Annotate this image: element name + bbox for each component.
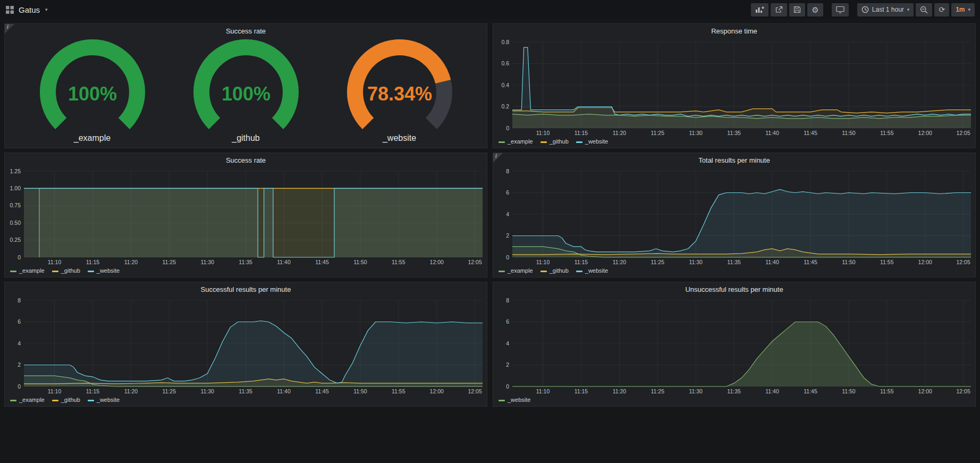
svg-text:11:10: 11:10 xyxy=(48,259,62,265)
svg-text:0: 0 xyxy=(506,383,509,390)
svg-text:11:20: 11:20 xyxy=(613,130,627,136)
svg-text:11:15: 11:15 xyxy=(86,259,100,265)
svg-text:11:30: 11:30 xyxy=(689,259,703,265)
svg-text:11:10: 11:10 xyxy=(536,130,550,136)
svg-text:11:15: 11:15 xyxy=(575,388,588,394)
legend-swatch xyxy=(576,141,582,143)
total-results-chart: 11:1011:1511:2011:2511:3011:3511:4011:45… xyxy=(493,167,975,266)
svg-text:12:05: 12:05 xyxy=(956,130,970,136)
gear-icon: ⚙ xyxy=(812,6,818,14)
svg-text:11:40: 11:40 xyxy=(277,388,291,394)
dashboard-picker[interactable]: Gatus ▾ xyxy=(5,5,48,14)
panel-unsuccessful-results: Unsuccessful results per minute 11:1011:… xyxy=(493,282,976,407)
panel-info-icon[interactable]: i xyxy=(493,153,503,163)
gauge-label: _example xyxy=(74,133,111,143)
svg-text:0.50: 0.50 xyxy=(10,220,21,226)
svg-text:11:50: 11:50 xyxy=(842,259,856,265)
svg-text:11:15: 11:15 xyxy=(575,130,588,136)
panel-title[interactable]: Unsuccessful results per minute xyxy=(493,282,975,296)
svg-text:0.8: 0.8 xyxy=(501,39,509,45)
svg-text:4: 4 xyxy=(506,340,509,347)
save-dashboard-button[interactable] xyxy=(789,3,805,16)
legend-swatch xyxy=(540,141,547,143)
legend-swatch xyxy=(52,400,58,401)
legend-item-_website[interactable]: _website xyxy=(88,267,120,274)
legend-item-_website[interactable]: _website xyxy=(88,397,120,403)
legend-item-_example[interactable]: _example xyxy=(499,138,533,145)
legend-item-_github[interactable]: _github xyxy=(540,267,569,274)
svg-text:11:55: 11:55 xyxy=(880,259,894,265)
legend-swatch xyxy=(88,271,94,272)
svg-text:11:50: 11:50 xyxy=(842,388,856,394)
legend-label: _website xyxy=(97,267,120,274)
svg-text:11:40: 11:40 xyxy=(277,259,291,265)
svg-text:0.4: 0.4 xyxy=(501,82,509,88)
svg-text:11:25: 11:25 xyxy=(651,130,665,136)
gauge-_github: 100% _github xyxy=(180,39,312,143)
svg-text:1.00: 1.00 xyxy=(10,185,21,191)
panel-title[interactable]: Successful results per minute xyxy=(5,282,487,296)
svg-text:11:35: 11:35 xyxy=(239,259,252,265)
refresh-interval-picker[interactable]: 1m ▾ xyxy=(951,3,975,16)
legend-item-_github[interactable]: _github xyxy=(540,138,569,145)
legend-item-_example[interactable]: _example xyxy=(10,267,45,274)
svg-text:11:55: 11:55 xyxy=(392,388,405,394)
dashboard-settings-button[interactable]: ⚙ xyxy=(807,3,823,16)
bar-chart-plus-icon xyxy=(755,6,764,13)
svg-text:11:40: 11:40 xyxy=(765,388,779,394)
svg-text:8: 8 xyxy=(506,168,509,174)
svg-text:11:10: 11:10 xyxy=(48,388,62,394)
svg-text:11:15: 11:15 xyxy=(575,259,588,265)
svg-text:11:45: 11:45 xyxy=(315,388,329,394)
svg-text:11:50: 11:50 xyxy=(353,259,367,265)
legend-item-_example[interactable]: _example xyxy=(10,397,45,403)
zoom-out-button[interactable] xyxy=(916,3,932,16)
share-icon xyxy=(775,6,783,13)
legend-item-_website[interactable]: _website xyxy=(576,138,608,145)
add-panel-button[interactable] xyxy=(751,3,768,16)
svg-text:11:25: 11:25 xyxy=(651,388,665,394)
svg-text:11:20: 11:20 xyxy=(124,388,138,394)
svg-text:11:45: 11:45 xyxy=(315,259,329,265)
refresh-button[interactable]: ⟳ xyxy=(934,3,949,16)
panel-title[interactable]: Success rate xyxy=(5,153,487,167)
svg-text:6: 6 xyxy=(506,189,509,196)
svg-text:12:05: 12:05 xyxy=(468,388,481,394)
svg-text:11:20: 11:20 xyxy=(124,259,138,265)
svg-text:11:45: 11:45 xyxy=(804,388,817,394)
response-time-chart: 11:1011:1511:2011:2511:3011:3511:4011:45… xyxy=(493,38,975,137)
legend-item-_github[interactable]: _github xyxy=(52,397,80,403)
chevron-down-icon: ▾ xyxy=(907,7,910,12)
svg-text:11:20: 11:20 xyxy=(613,259,627,265)
panel-title[interactable]: Success rate xyxy=(5,24,487,38)
svg-text:1.25: 1.25 xyxy=(10,168,21,174)
share-dashboard-button[interactable] xyxy=(771,3,787,16)
svg-text:11:25: 11:25 xyxy=(651,259,665,265)
gauges-container: 100% _example100% _github78.34% _website xyxy=(5,38,487,148)
legend-item-_website[interactable]: _website xyxy=(499,397,530,403)
legend-item-_website[interactable]: _website xyxy=(576,267,608,274)
svg-text:0: 0 xyxy=(506,254,509,260)
chart-legend: _example_github_website xyxy=(493,137,975,148)
legend-item-_example[interactable]: _example xyxy=(499,267,533,274)
legend-swatch xyxy=(10,400,16,401)
cycle-view-mode-button[interactable] xyxy=(832,3,849,16)
gauge-label: _github xyxy=(232,133,260,143)
panel-title[interactable]: Response time xyxy=(493,24,975,38)
time-range-picker[interactable]: Last 1 hour ▾ xyxy=(857,3,914,16)
svg-text:4: 4 xyxy=(18,340,21,347)
panel-info-icon[interactable]: i xyxy=(5,24,14,33)
svg-text:11:40: 11:40 xyxy=(765,259,779,265)
legend-item-_github[interactable]: _github xyxy=(52,267,80,274)
svg-text:11:25: 11:25 xyxy=(163,388,176,394)
svg-text:0.25: 0.25 xyxy=(10,237,21,243)
svg-text:11:55: 11:55 xyxy=(880,130,894,136)
legend-swatch xyxy=(88,400,94,401)
svg-text:0: 0 xyxy=(18,254,21,260)
panel-title[interactable]: Total results per minute xyxy=(493,153,975,167)
monitor-icon xyxy=(836,6,844,13)
legend-swatch xyxy=(499,400,505,401)
svg-text:0: 0 xyxy=(506,125,509,131)
svg-text:0: 0 xyxy=(18,383,21,390)
svg-text:11:35: 11:35 xyxy=(727,388,741,394)
